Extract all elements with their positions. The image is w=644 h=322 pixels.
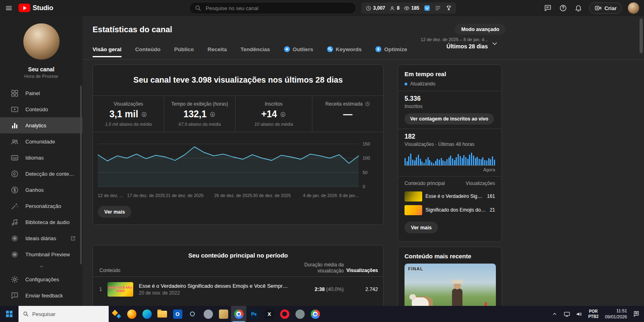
tray-volume-button[interactable] [574, 306, 584, 322]
taskbar-apps: OPsX [124, 306, 323, 322]
taskbar-app-chrome-2[interactable] [308, 306, 323, 322]
channel-search[interactable] [189, 2, 356, 14]
search-input[interactable] [206, 5, 351, 11]
sidebar-item-thumbnail-preview[interactable]: Thumbnail Preview [0, 246, 83, 262]
video-title: Esse é o Verdadeiro Significado desses E… [139, 283, 288, 289]
sidebar-item-configuracoes[interactable]: Configurações [0, 271, 83, 287]
taskbar-app-blue-app[interactable] [292, 306, 308, 322]
taskbar-app-steam[interactable] [185, 306, 200, 322]
taskbar-app-edge[interactable] [139, 306, 155, 322]
bar [414, 160, 415, 165]
sidebar-item-ideais-diarias[interactable]: Ideais diárias [0, 230, 83, 246]
sidebar-item-enviar-feedback[interactable]: Enviar feedback [0, 287, 83, 303]
sidebar-item-analytics[interactable]: Analytics [0, 117, 83, 133]
stat-views: 185 [404, 5, 419, 11]
vidiq-icon[interactable] [424, 5, 430, 11]
subtitles-icon [10, 154, 19, 162]
account-avatar[interactable] [628, 2, 639, 14]
stat-subscribers: 8 [389, 5, 400, 11]
tab-outliers[interactable]: Outliers [284, 46, 313, 57]
clock-icon [365, 5, 372, 11]
taskbar-app-opera[interactable] [277, 306, 292, 322]
x-tick-label: 12 de dez. ... [98, 193, 124, 198]
youtube-studio-logo[interactable]: Studio [19, 4, 53, 12]
taskbar-app-file-explorer[interactable] [155, 306, 170, 322]
bar [431, 162, 432, 165]
sidebar-item-biblioteca-de-audio[interactable]: Biblioteca de áudio [0, 214, 83, 230]
now-label: Agora [405, 167, 495, 172]
bar [490, 159, 491, 165]
taskbar-app-gray-app[interactable] [200, 306, 216, 322]
tab-conteudo[interactable]: Conteúdo [135, 46, 161, 57]
metric-inscritos[interactable]: Inscritos+1410 abaixo da média [235, 96, 312, 132]
taskbar-app-outlook[interactable]: O [170, 306, 185, 322]
taskbar-app-photoshop[interactable]: Ps [246, 306, 262, 322]
search-highlights-icon[interactable] [109, 306, 124, 322]
subscribers-label: Inscritos [405, 104, 495, 109]
updating-label: Atualizando [410, 81, 436, 87]
advanced-mode-button[interactable]: Modo avançado [455, 24, 506, 35]
see-more-button[interactable]: Ver mais [98, 206, 131, 218]
live-subscriber-count-button[interactable]: Ver contagem de inscritos ao vivo [405, 113, 494, 125]
sidebar-item-idiomas[interactable]: Idiomas [0, 150, 83, 166]
taskbar-app-chrome[interactable] [231, 306, 246, 322]
menu-button[interactable] [4, 3, 14, 13]
tab-publico[interactable]: Público [174, 46, 194, 57]
realtime-video-row[interactable]: Esse é o Verdadeiro Signifi...161 [405, 189, 495, 203]
table-row[interactable]: 1ESSE VOCÊ NÃO SABIAEsse é o Verdadeiro … [93, 277, 383, 302]
latest-content-title: Conteúdo mais recente [405, 253, 495, 260]
bar [441, 158, 442, 165]
outliers-badge-icon [284, 46, 290, 52]
start-button[interactable] [0, 306, 19, 322]
sidebar-item-painel[interactable]: Painel [0, 85, 83, 101]
list-icon[interactable] [435, 5, 441, 11]
taskbar-app-x-app[interactable]: X [262, 306, 277, 322]
sidebar-item-personalizacao[interactable]: Personalização [0, 198, 83, 214]
feedback-history-button[interactable] [543, 3, 553, 13]
bar [408, 156, 409, 165]
sidebar-item-comunidade[interactable]: Comunidade [0, 133, 83, 150]
tab-receita[interactable]: Receita [208, 46, 227, 57]
taskbar-app-firefox[interactable] [124, 306, 139, 322]
realtime-video-row[interactable]: Significado dos Emojis do W...21 [405, 203, 495, 217]
bar [448, 158, 450, 165]
video-title: Esse é o Verdadeiro Signifi... [425, 193, 484, 199]
latest-video-thumbnail[interactable]: FINAL [405, 264, 496, 306]
trophy-icon[interactable] [446, 5, 452, 11]
taskbar-clock[interactable]: 11:51 09/01/2026 [603, 308, 630, 320]
notification-center-button[interactable] [631, 306, 642, 322]
tab-label: Público [174, 46, 194, 52]
bar [435, 161, 436, 165]
main-scrollbar[interactable] [640, 19, 643, 53]
sidebar-item-conteudo[interactable]: Conteúdo [0, 101, 83, 117]
sidebar-item-deteccao-de-conteudo[interactable]: Detecção de conteúdo [0, 166, 83, 182]
realtime-column-content: Conteúdo principal [405, 181, 445, 186]
metric-value: 132,1 [164, 109, 235, 120]
metric-visualizacoes[interactable]: Visualizações3,1 mil1,5 mil abaixo da mé… [93, 96, 164, 132]
tab-tendencias[interactable]: Tendências [241, 46, 270, 57]
realtime-see-more-button[interactable]: Ver mais [405, 222, 438, 233]
views-48h-count: 182 [405, 133, 495, 140]
tab-label: Optimize [384, 46, 407, 52]
tab-keywords[interactable]: Keywords [327, 46, 362, 57]
help-button[interactable] [558, 3, 568, 13]
x-axis-labels: 12 de dez. ...17 de dez. de 202521 de de… [98, 193, 359, 199]
down-arrow-icon [141, 111, 147, 118]
column-views[interactable]: Visualizações [347, 268, 378, 273]
tab-optimize[interactable]: Optimize [375, 46, 407, 57]
opera-icon [280, 310, 289, 319]
create-button[interactable]: Criar [589, 2, 622, 14]
metric-tempo-de-exibicao-horas[interactable]: Tempo de exibição (horas)132,167,9 abaix… [164, 96, 235, 132]
channel-avatar[interactable] [23, 23, 60, 60]
notifications-button[interactable] [574, 3, 583, 13]
language-indicator[interactable]: POR PTB2 [586, 309, 601, 319]
tab-visao-geral[interactable]: Visão geral [93, 46, 122, 57]
sidebar-item-ganhos[interactable]: Ganhos [0, 182, 83, 198]
bar [494, 160, 495, 165]
metric-receita-estimada[interactable]: Receita estimada— [312, 96, 383, 132]
taskbar-search[interactable]: Pesquisar [19, 306, 109, 322]
sidebar-scrollbar[interactable] [80, 85, 82, 264]
tray-display-button[interactable] [561, 306, 572, 322]
taskbar-app-photos[interactable] [216, 306, 231, 322]
tray-chevron-up[interactable] [549, 306, 560, 322]
